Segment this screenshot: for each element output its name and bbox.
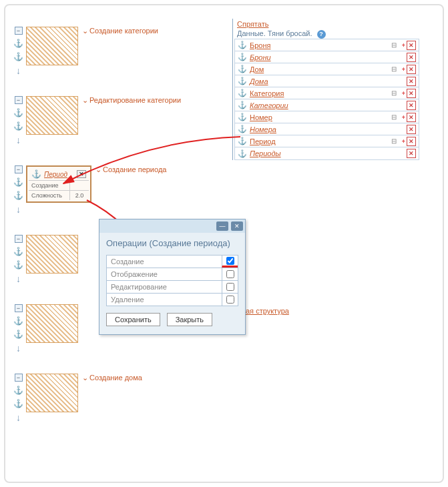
anchor-icon: ⚓ [238,101,247,109]
anchor-icon[interactable]: ⚓ [13,191,23,200]
delete-button[interactable]: ✕ [407,125,416,134]
data-item-link[interactable]: Дома [250,77,407,85]
data-item-link[interactable]: Категории [250,101,407,109]
anchor-icon[interactable]: ⚓ [13,330,23,339]
block-placeholder[interactable] [26,96,78,135]
operation-label: Отображение [107,268,222,280]
arrow-down-icon: ↓ [16,135,21,145]
data-row[interactable]: ⚓Дом⊟+✕ [235,63,419,75]
chevron-down-icon: ⌄ [82,374,88,382]
arrow-down-icon: ↓ [16,204,21,215]
collapse-icon[interactable]: − [15,27,23,35]
data-row[interactable]: ⚓Категория⊟+✕ [235,87,419,99]
anchor-icon[interactable]: ⚓ [13,316,23,326]
period-link[interactable]: Период [44,171,67,178]
anchor-icon[interactable]: ⚓ [13,247,23,256]
close-button[interactable]: ✕ [231,221,243,231]
operation-checkbox[interactable] [226,283,234,291]
data-row[interactable]: ⚓Периоды✕ [235,147,419,159]
collapse-icon[interactable]: − [15,235,23,243]
anchor-icon[interactable]: ⚓ [13,177,23,187]
delete-button[interactable]: ✕ [407,101,416,110]
minimize-button[interactable]: — [216,221,228,231]
data-row[interactable]: ⚓Номера✕ [235,123,419,135]
operation-checkbox-cell [222,268,238,280]
arrow-down-icon: ↓ [16,343,21,354]
anchor-icon[interactable]: ⚓ [13,108,23,117]
anchor-icon[interactable]: ⚓ [13,121,23,131]
block-placeholder[interactable] [26,304,78,343]
delete-button[interactable]: ✕ [407,137,416,146]
anchor-icon[interactable]: ⚓ [13,386,23,395]
operation-checkbox[interactable] [226,296,234,304]
collapse-icon[interactable]: − [15,374,23,382]
data-item-link[interactable]: Категория [250,89,391,97]
period-cell-val: 2.0 [70,191,89,200]
collapse-icon[interactable]: − [15,96,23,104]
operation-row: Отображение [107,268,238,281]
anchor-icon[interactable]: ⚓ [13,39,23,48]
data-row[interactable]: ⚓Категории✕ [235,99,419,111]
arrow-down-icon: ↓ [16,65,21,76]
data-row[interactable]: ⚓Номер⊟+✕ [235,111,419,123]
delete-button[interactable]: ✕ [407,41,416,50]
operation-label: Редактирование [107,281,222,293]
workflow-block: − ⚓ ⚓ ↓ ⌄ Редактирование категории [13,96,234,145]
block-label: ⌄ Создание периода [95,165,166,174]
plus-icon: + [402,90,405,97]
anchor-icon: ⚓ [238,41,247,49]
db-icon: ⊟ [391,137,401,145]
workflow-block: − ⚓ ⚓ ↓ ⌄ Создание категории [13,27,234,76]
workflow-block-active: − ⚓ ⚓ ↓ ⚓ Период ✕ Создание Сложность 2.… [13,165,234,215]
structure-link[interactable]: ая структура [246,307,289,315]
delete-button[interactable]: ✕ [407,149,416,158]
anchor-icon: ⚓ [238,149,247,158]
block-label-text: Создание категории [89,27,158,35]
data-item-link[interactable]: Период [250,137,391,145]
data-item-link[interactable]: Номер [250,113,391,121]
operation-label: Создание [107,256,222,268]
data-row[interactable]: ⚓Период⊟+✕ [235,135,419,147]
delete-button[interactable]: ✕ [407,53,416,62]
dialog-title: Операции (Создание периода) [99,233,245,255]
collapse-icon[interactable]: − [15,304,23,312]
block-label: ⌄ Редактирование категории [82,96,181,105]
operations-table: СозданиеОтображениеРедактированиеУдалени… [106,255,238,306]
operation-checkbox[interactable] [226,257,234,265]
anchor-icon: ⚓ [238,113,247,121]
operation-checkbox-cell [222,294,238,306]
plus-icon: + [402,66,405,73]
data-row[interactable]: ⚓Брони✕ [235,51,419,63]
anchor-icon[interactable]: ⚓ [13,399,23,408]
data-row[interactable]: ⚓Дома✕ [235,75,419,87]
anchor-icon[interactable]: ⚓ [13,52,23,61]
anchor-icon[interactable]: ⚓ [13,260,23,270]
period-cell-val [70,181,89,190]
data-item-link[interactable]: Брони [250,53,407,61]
data-item-link[interactable]: Дом [250,65,391,73]
delete-button[interactable]: ✕ [407,77,416,86]
data-row[interactable]: ⚓Броня⊟+✕ [235,39,419,51]
arrow-down-icon: ↓ [16,412,21,423]
remove-button[interactable]: ✕ [77,170,86,178]
data-list: ⚓Броня⊟+✕⚓Брони✕⚓Дом⊟+✕⚓Дома✕⚓Категория⊟… [234,39,419,160]
collapse-icon[interactable]: − [15,165,23,173]
operation-row: Удаление [107,294,238,306]
save-button[interactable]: Сохранить [106,313,160,326]
operation-checkbox[interactable] [226,270,234,278]
data-item-link[interactable]: Броня [250,41,391,49]
plus-icon: + [402,114,405,121]
delete-button[interactable]: ✕ [407,65,416,74]
data-item-link[interactable]: Периоды [250,149,407,157]
operation-row: Создание [107,256,238,268]
anchor-icon: ⚓ [238,65,247,73]
data-item-link[interactable]: Номера [250,125,407,133]
dialog-titlebar[interactable]: — ✕ [99,219,245,233]
help-icon[interactable]: ? [317,30,326,39]
delete-button[interactable]: ✕ [407,113,416,122]
close-dialog-button[interactable]: Закрыть [167,313,212,326]
block-placeholder[interactable] [26,235,78,274]
delete-button[interactable]: ✕ [407,89,416,98]
block-placeholder[interactable] [26,27,78,65]
block-placeholder[interactable] [26,374,78,412]
